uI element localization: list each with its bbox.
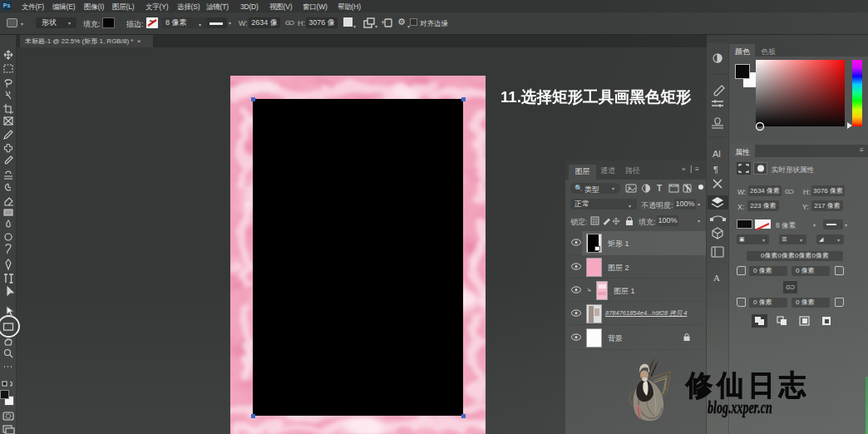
svg-text:T: T <box>657 184 662 193</box>
svg-text:A: A <box>713 273 720 283</box>
svg-text:¶: ¶ <box>713 165 718 175</box>
svg-text:Al: Al <box>713 149 721 159</box>
